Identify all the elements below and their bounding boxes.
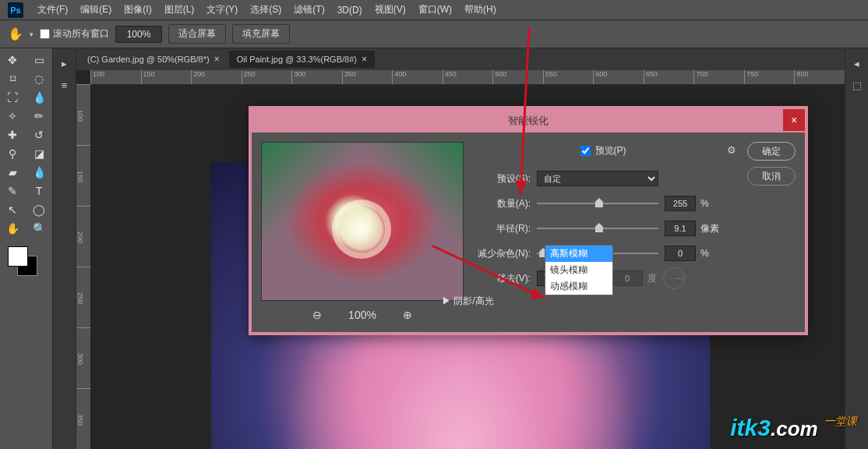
watermark: itk3.com 一堂课 xyxy=(730,415,857,441)
type-tool-icon[interactable]: T xyxy=(28,182,50,200)
pen-tool-icon[interactable]: ✎ xyxy=(2,182,23,200)
zoom-field[interactable]: 100% xyxy=(115,26,162,43)
dialog-title-text: 智能锐化 xyxy=(508,114,549,128)
menu-image[interactable]: 图像(I) xyxy=(118,3,157,16)
color-swatches[interactable] xyxy=(2,246,41,285)
close-button[interactable]: × xyxy=(783,109,805,131)
preview-image[interactable] xyxy=(261,142,464,301)
noise-field[interactable] xyxy=(665,246,696,261)
menu-type[interactable]: 文字(Y) xyxy=(200,3,244,16)
close-icon[interactable]: × xyxy=(214,54,220,65)
menu-help[interactable]: 帮助(H) xyxy=(458,3,503,16)
dd-item-gaussian[interactable]: 高斯模糊 xyxy=(545,246,612,262)
menu-layer[interactable]: 图层(L) xyxy=(158,3,201,16)
history-brush-icon[interactable]: ↺ xyxy=(28,126,50,143)
angle-dial xyxy=(663,267,685,289)
preview-checkbox[interactable] xyxy=(580,146,591,156)
left-panel-strip: ▸ ≡ xyxy=(53,48,76,449)
menu-view[interactable]: 视图(V) xyxy=(369,3,412,16)
lasso-tool-icon[interactable]: ⌑ xyxy=(2,70,23,87)
toolbox: ✥ ⌑ ⛶ ✧ ✚ ⚲ ▰ ✎ ↖ ✋ ▭ ◌ 💧 ✏ ↺ ◪ 💧 T ◯ 🔍 xyxy=(0,48,53,449)
3d-panel-icon[interactable]: ⬚ xyxy=(849,76,866,94)
menu-window[interactable]: 窗口(W) xyxy=(412,3,458,16)
close-icon[interactable]: × xyxy=(362,54,367,65)
heal-tool-icon[interactable]: ✚ xyxy=(2,126,23,143)
watermark-name: itk3 xyxy=(730,415,771,440)
crop-tool-icon[interactable]: ⛶ xyxy=(2,89,23,106)
vertical-ruler: 100 150 200 250 300 350 xyxy=(76,84,90,449)
tab-label: (C) Garden.jpg @ 50%(RGB/8*) xyxy=(87,55,210,64)
menu-filter[interactable]: 滤镜(T) xyxy=(288,3,330,16)
ps-logo: Ps xyxy=(8,2,23,18)
zoom-out-icon[interactable]: ⊖ xyxy=(309,307,325,323)
stamp-tool-icon[interactable]: ⚲ xyxy=(2,145,23,162)
hand-tool-icon[interactable]: ✋ xyxy=(2,220,23,237)
wand-tool-icon[interactable]: ✧ xyxy=(2,108,23,125)
preview-column: ⊖ 100% ⊕ xyxy=(261,142,464,323)
noise-label: 减少杂色(N): xyxy=(473,247,537,260)
amount-label: 数量(A): xyxy=(473,197,537,210)
brush-tool-icon[interactable]: ✏ xyxy=(28,108,50,125)
angle-unit: 度 xyxy=(647,272,657,285)
noise-unit: % xyxy=(700,248,709,259)
menu-edit[interactable]: 编辑(E) xyxy=(74,3,118,16)
smart-sharpen-dialog: 智能锐化 × ⊖ 100% ⊕ 预览(P) 预设(S): 自定 数 xyxy=(249,106,808,335)
radius-label: 半径(R): xyxy=(473,222,537,235)
fill-screen-button[interactable]: 填充屏幕 xyxy=(232,24,290,44)
amount-slider[interactable] xyxy=(537,203,658,204)
ok-button[interactable]: 确定 xyxy=(747,142,796,161)
dialog-titlebar[interactable]: 智能锐化 × xyxy=(252,109,805,133)
cancel-button[interactable]: 取消 xyxy=(747,167,796,186)
menu-select[interactable]: 选择(S) xyxy=(244,3,288,16)
tab-label: Oil Paint.jpg @ 33.3%(RGB/8#) xyxy=(237,55,357,64)
scroll-all-windows-checkbox[interactable]: 滚动所有窗口 xyxy=(40,27,109,41)
eraser-tool-icon[interactable]: ◪ xyxy=(28,145,50,162)
scroll-all-label: 滚动所有窗口 xyxy=(53,27,109,41)
preset-label: 预设(S): xyxy=(473,172,537,186)
remove-dropdown: 高斯模糊 镜头模糊 动感模糊 xyxy=(545,245,613,295)
doc-tab-garden[interactable]: (C) Garden.jpg @ 50%(RGB/8*) × xyxy=(79,51,228,68)
panel-collapse-icon[interactable]: ▸ xyxy=(56,55,73,72)
menu-3d[interactable]: 3D(D) xyxy=(331,5,369,16)
dd-item-lens[interactable]: 镜头模糊 xyxy=(545,262,612,278)
fit-screen-button[interactable]: 适合屏幕 xyxy=(168,24,226,44)
horizontal-ruler: 100 150 200 250 300 350 400 450 500 550 … xyxy=(90,70,845,84)
watermark-cn: 一堂课 xyxy=(824,415,857,427)
zoom-tool-icon[interactable]: 🔍 xyxy=(28,220,50,237)
menu-file[interactable]: 文件(F) xyxy=(31,3,74,16)
preset-select[interactable]: 自定 xyxy=(537,171,658,186)
zoom-in-icon[interactable]: ⊕ xyxy=(400,307,415,323)
radius-slider[interactable] xyxy=(537,228,658,229)
history-panel-icon[interactable]: ≡ xyxy=(56,76,73,94)
fg-color-swatch[interactable] xyxy=(8,246,28,267)
preview-checkbox-label: 预览(P) xyxy=(595,144,626,157)
angle-field xyxy=(612,270,643,286)
zoom-percent: 100% xyxy=(348,309,376,321)
dropdown-icon[interactable]: ▾ xyxy=(30,30,34,38)
blur-tool-icon[interactable]: 💧 xyxy=(28,164,50,181)
doc-tab-oilpaint[interactable]: Oil Paint.jpg @ 33.3%(RGB/8#) × xyxy=(229,51,375,68)
remove-label: 移去(V): xyxy=(473,272,537,285)
watermark-ext: .com xyxy=(771,417,818,440)
controls-column: 预览(P) 预设(S): 自定 数量(A): % 半径(R): 像素 xyxy=(473,142,733,323)
hand-tool-icon[interactable]: ✋ xyxy=(8,27,23,42)
optionbar: ✋ ▾ 滚动所有窗口 100% 适合屏幕 填充屏幕 xyxy=(0,20,868,48)
amount-unit: % xyxy=(700,198,709,209)
eyedropper-tool-icon[interactable]: 💧 xyxy=(28,89,50,106)
quicksel-tool-icon[interactable]: ◌ xyxy=(28,70,50,87)
dd-item-motion[interactable]: 动感模糊 xyxy=(545,278,612,295)
marquee-tool-icon[interactable]: ▭ xyxy=(28,51,50,69)
shadow-highlight-expander[interactable]: ▶ 阴影/高光 xyxy=(442,295,733,308)
radius-unit: 像素 xyxy=(700,222,719,235)
panel-collapse-icon[interactable]: ◂ xyxy=(849,55,866,72)
menubar: Ps 文件(F) 编辑(E) 图像(I) 图层(L) 文字(Y) 选择(S) 滤… xyxy=(0,0,868,20)
amount-field[interactable] xyxy=(665,196,696,211)
radius-field[interactable] xyxy=(665,221,696,236)
path-tool-icon[interactable]: ↖ xyxy=(2,201,23,218)
gradient-tool-icon[interactable]: ▰ xyxy=(2,164,23,181)
shape-tool-icon[interactable]: ◯ xyxy=(28,201,50,218)
button-column: ⚙ 确定 取消 xyxy=(743,142,796,323)
right-panel-strip: ◂ ⬚ xyxy=(845,48,868,449)
document-tabs: (C) Garden.jpg @ 50%(RGB/8*) × Oil Paint… xyxy=(76,48,845,70)
move-tool-icon[interactable]: ✥ xyxy=(2,51,23,69)
